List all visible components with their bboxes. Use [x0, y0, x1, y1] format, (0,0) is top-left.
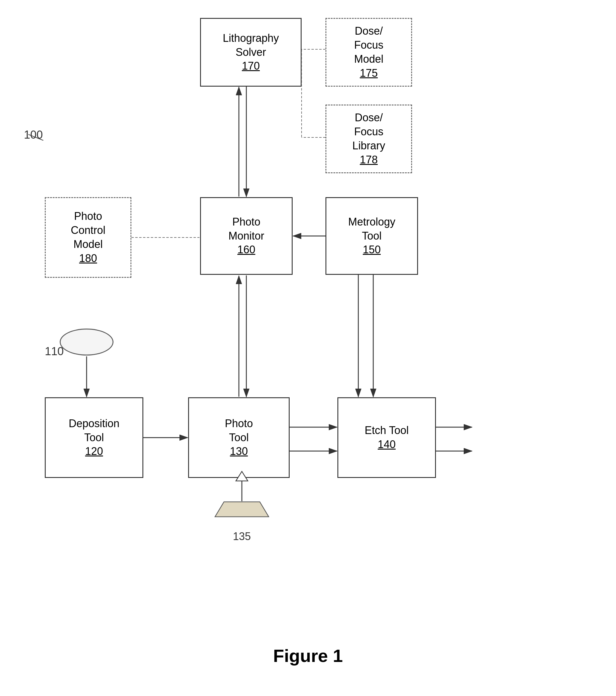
dose-focus-library-box: Dose/ Focus Library 178	[325, 105, 412, 173]
dfm-label-3: Model	[354, 52, 384, 66]
photo-tool-box: Photo Tool 130	[188, 397, 290, 478]
pm-label-1: Photo	[232, 215, 260, 229]
dfl-label-2: Focus	[354, 125, 384, 139]
pm-label-2: Monitor	[228, 229, 264, 243]
mt-label-2: Tool	[362, 229, 382, 243]
pt-label-2: Tool	[229, 431, 249, 445]
mt-label-1: Metrology	[348, 215, 395, 229]
pt-number: 130	[230, 444, 248, 459]
svg-marker-20	[215, 502, 269, 517]
litho-number: 170	[242, 59, 260, 73]
etch-tool-box: Etch Tool 140	[337, 397, 436, 478]
deposition-tool-box: Deposition Tool 120	[45, 397, 143, 478]
diagram: Lithography Solver 170 Dose/ Focus Model…	[0, 0, 616, 696]
metrology-tool-box: Metrology Tool 150	[325, 197, 418, 275]
photo-monitor-box: Photo Monitor 160	[200, 197, 293, 275]
litho-label-1: Lithography	[223, 31, 279, 45]
dt-label-2: Tool	[84, 431, 104, 445]
dfm-label-2: Focus	[354, 38, 384, 52]
dfm-number: 175	[360, 66, 378, 80]
et-number: 140	[378, 438, 396, 452]
pcm-label-1: Photo	[74, 209, 102, 223]
pt-label-1: Photo	[225, 417, 253, 431]
litho-label-2: Solver	[236, 45, 266, 60]
dt-label-1: Deposition	[69, 417, 119, 431]
dfm-label-1: Dose/	[355, 24, 383, 38]
figure-caption: Figure 1	[0, 646, 616, 666]
photo-control-model-box: Photo Control Model 180	[45, 197, 131, 278]
pcm-label-2: Control	[71, 223, 106, 237]
et-label-1: Etch Tool	[364, 424, 408, 438]
pcm-number: 180	[79, 252, 97, 266]
label-100: 100	[24, 128, 43, 141]
wafer-ellipse	[60, 329, 113, 355]
lithography-solver-box: Lithography Solver 170	[200, 18, 302, 86]
label-110: 110	[45, 345, 64, 358]
dfl-label-1: Dose/	[355, 111, 383, 125]
dfl-label-3: Library	[352, 139, 385, 153]
mt-number: 150	[363, 243, 381, 257]
label-135: 135	[233, 530, 251, 543]
pm-number: 160	[238, 243, 255, 257]
pcm-label-3: Model	[74, 237, 103, 252]
dfl-number: 178	[360, 153, 378, 167]
dose-focus-model-box: Dose/ Focus Model 175	[325, 18, 412, 86]
dt-number: 120	[85, 444, 103, 459]
